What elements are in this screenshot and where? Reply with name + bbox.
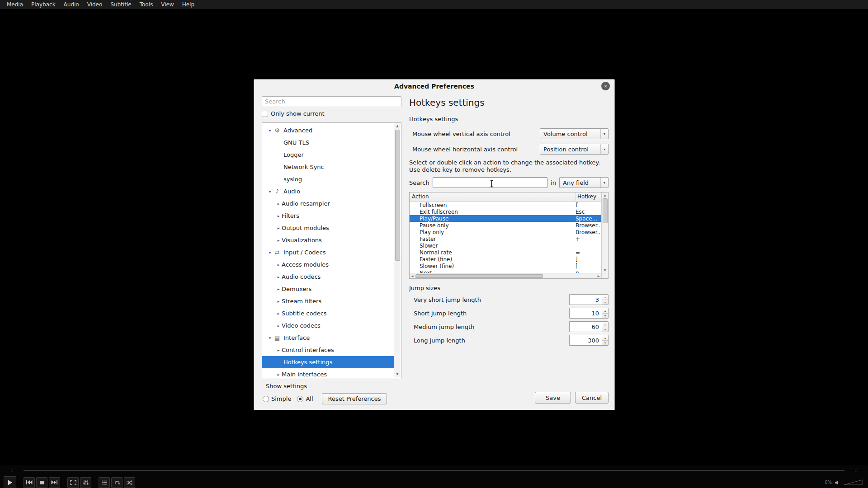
volume-slider[interactable]: [844, 479, 863, 485]
tree-item-input-codecs[interactable]: ▾ ⇄ Input / Codecs: [262, 246, 394, 258]
stop-button[interactable]: [36, 477, 47, 488]
column-header-hotkey[interactable]: Hotkey: [576, 192, 601, 201]
column-header-action[interactable]: Action: [410, 192, 576, 201]
tree-item-advanced[interactable]: ▾ ⚙ Advanced: [262, 124, 394, 136]
collapse-arrow-icon[interactable]: ▸: [275, 348, 282, 352]
tree-item-main-interfaces[interactable]: ▸ Main interfaces: [262, 368, 394, 377]
menu-tools[interactable]: Tools: [136, 0, 157, 9]
menu-subtitle[interactable]: Subtitle: [106, 0, 135, 9]
scroll-down-icon[interactable]: ▼: [394, 371, 401, 377]
spin-up-icon[interactable]: ▴: [602, 335, 608, 341]
tree-item-control-interfaces[interactable]: ▸ Control interfaces: [262, 344, 394, 356]
collapse-arrow-icon[interactable]: ▸: [275, 311, 282, 316]
tree-item-audio-resampler[interactable]: ▸ Audio resampler: [262, 197, 394, 210]
menu-view[interactable]: View: [157, 0, 178, 9]
tree-item-audio[interactable]: ▾ ♪ Audio: [262, 185, 394, 197]
spin-up-icon[interactable]: ▴: [602, 322, 608, 327]
playlist-button[interactable]: [99, 477, 110, 488]
scrollbar-thumb[interactable]: [415, 274, 543, 278]
tree-item-logger[interactable]: Logger: [262, 149, 394, 161]
tree-item-interface[interactable]: ▾ ▤ Interface: [262, 332, 394, 344]
hotkey-row-fullscreen[interactable]: Fullscreenf: [410, 202, 601, 208]
spin-down-icon[interactable]: ▾: [602, 314, 608, 319]
expand-arrow-icon[interactable]: ▾: [267, 336, 273, 340]
mouse-wheel-vertical-select[interactable]: Volume control ▾: [540, 128, 609, 139]
previous-button[interactable]: [24, 477, 35, 488]
collapse-arrow-icon[interactable]: ▸: [275, 372, 282, 377]
radio-simple[interactable]: Simple: [263, 395, 291, 402]
table-horizontal-scrollbar[interactable]: ◀ ▶: [410, 273, 608, 278]
spin-up-icon[interactable]: ▴: [602, 308, 608, 314]
hotkey-row-normal-rate[interactable]: Normal rate=: [410, 249, 601, 256]
menu-playback[interactable]: Playback: [27, 0, 60, 9]
hotkey-row-play-only[interactable]: Play onlyBrowser...: [410, 229, 601, 235]
expand-arrow-icon[interactable]: ▾: [267, 189, 273, 194]
collapse-arrow-icon[interactable]: ▸: [275, 263, 282, 267]
menu-help[interactable]: Help: [178, 0, 198, 9]
reset-preferences-button[interactable]: Reset Preferences: [322, 393, 387, 404]
fullscreen-button[interactable]: [67, 477, 79, 488]
radio-simple-circle[interactable]: [263, 396, 269, 402]
spin-up-icon[interactable]: ▴: [602, 295, 608, 300]
short-jump-input[interactable]: [569, 308, 602, 319]
menu-media[interactable]: Media: [3, 0, 27, 9]
tree-item-visualizations[interactable]: ▸ Visualizations: [262, 234, 394, 246]
extended-settings-button[interactable]: [80, 477, 91, 488]
scrollbar-thumb[interactable]: [395, 130, 400, 261]
expand-arrow-icon[interactable]: ▾: [267, 250, 273, 255]
collapse-arrow-icon[interactable]: ▸: [275, 238, 282, 243]
scroll-right-icon[interactable]: ▶: [596, 274, 601, 277]
search-field-select[interactable]: Any field ▾: [559, 177, 609, 188]
hotkey-row-play-pause[interactable]: Play/PauseSpace...: [410, 215, 601, 222]
hotkey-row-next[interactable]: Nextn: [410, 269, 601, 273]
long-jump-input[interactable]: [569, 335, 602, 346]
tree-search-input[interactable]: [262, 96, 401, 106]
seek-slider[interactable]: [24, 470, 844, 471]
radio-all-circle[interactable]: [297, 396, 303, 402]
loop-button[interactable]: [111, 477, 123, 488]
menu-video[interactable]: Video: [83, 0, 107, 9]
next-button[interactable]: [49, 477, 60, 488]
scroll-down-icon[interactable]: ▼: [602, 267, 608, 273]
tree-item-video-codecs[interactable]: ▸ Video codecs: [262, 319, 394, 332]
save-button[interactable]: Save: [535, 392, 571, 404]
table-vertical-scrollbar[interactable]: ▲ ▼: [601, 192, 608, 273]
hotkey-row-faster[interactable]: Faster+: [410, 235, 601, 242]
tree-item-audio-codecs[interactable]: ▸ Audio codecs: [262, 271, 394, 283]
tree-item-filters[interactable]: ▸ Filters: [262, 210, 394, 222]
tree-item-subtitle-codecs[interactable]: ▸ Subtitle codecs: [262, 307, 394, 319]
tree-vertical-scrollbar[interactable]: ▲ ▼: [394, 123, 401, 377]
scroll-up-icon[interactable]: ▲: [394, 123, 401, 129]
collapse-arrow-icon[interactable]: ▸: [275, 226, 282, 230]
tree-item-access-modules[interactable]: ▸ Access modules: [262, 258, 394, 271]
collapse-arrow-icon[interactable]: ▸: [275, 214, 282, 218]
tree-item-network-sync[interactable]: Network Sync: [262, 161, 394, 173]
tree-item-gnu-tls[interactable]: GNU TLS: [262, 136, 394, 149]
only-show-current-row[interactable]: Only show current: [262, 110, 401, 117]
speaker-icon[interactable]: [835, 480, 841, 485]
tree-item-hotkeys-settings[interactable]: Hotkeys settings: [262, 356, 394, 368]
radio-all[interactable]: All: [297, 395, 313, 402]
scrollbar-thumb[interactable]: [603, 198, 608, 223]
only-show-current-checkbox[interactable]: [262, 111, 268, 117]
tree-item-output-modules[interactable]: ▸ Output modules: [262, 222, 394, 234]
expand-arrow-icon[interactable]: ▾: [267, 128, 273, 133]
dialog-titlebar[interactable]: Advanced Preferences ×: [254, 80, 614, 93]
shuffle-button[interactable]: [124, 477, 135, 488]
scroll-up-icon[interactable]: ▲: [602, 192, 608, 198]
collapse-arrow-icon[interactable]: ▸: [275, 275, 282, 279]
hotkey-row-faster-fine[interactable]: Faster (fine)]: [410, 256, 601, 263]
scroll-left-icon[interactable]: ◀: [410, 274, 415, 277]
spin-down-icon[interactable]: ▾: [602, 327, 608, 332]
tree-item-stream-filters[interactable]: ▸ Stream filters: [262, 295, 394, 307]
tree-item-demuxers[interactable]: ▸ Demuxers: [262, 283, 394, 295]
close-icon[interactable]: ×: [601, 82, 610, 90]
very-short-jump-input[interactable]: [569, 294, 602, 305]
menu-audio[interactable]: Audio: [60, 0, 83, 9]
cancel-button[interactable]: Cancel: [575, 392, 609, 404]
medium-jump-input[interactable]: [569, 321, 602, 332]
spin-down-icon[interactable]: ▾: [602, 341, 608, 346]
tree-item-syslog[interactable]: syslog: [262, 173, 394, 185]
collapse-arrow-icon[interactable]: ▸: [275, 202, 282, 206]
spin-down-icon[interactable]: ▾: [602, 300, 608, 305]
